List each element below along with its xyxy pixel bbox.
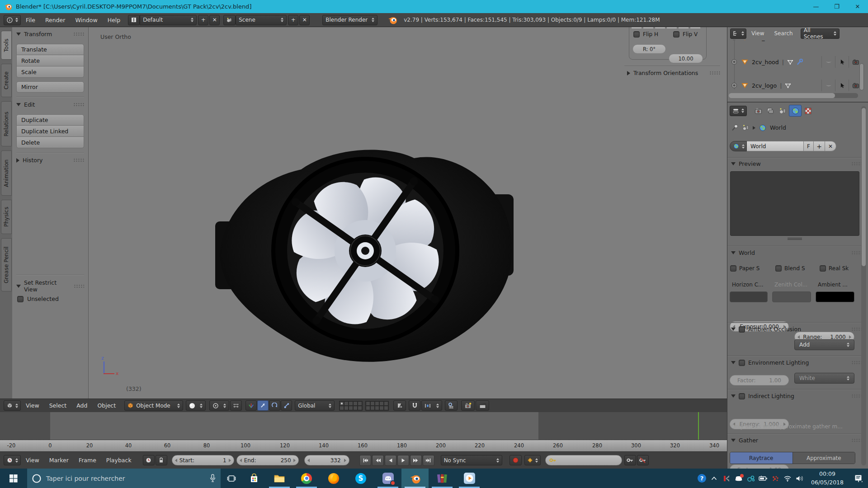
outliner-editor-selector[interactable]: [730, 28, 746, 39]
preview-resize-handle[interactable]: [788, 238, 802, 239]
rotation-slider[interactable]: R: 0°: [632, 44, 666, 54]
play-button[interactable]: [397, 455, 409, 466]
manipulator-axes-button[interactable]: [245, 400, 257, 411]
properties-editor-selector[interactable]: [730, 106, 747, 116]
taskbar-clock[interactable]: 00:09 06/05/2018: [806, 469, 849, 488]
panel-header-preview[interactable]: Preview: [731, 160, 862, 167]
layer-grid-1[interactable]: [339, 401, 363, 411]
prev-keyframe-button[interactable]: [372, 455, 384, 466]
pivot-align-toggle[interactable]: [230, 400, 242, 411]
manipulator-rotate-button[interactable]: [269, 400, 280, 411]
kaspersky-tray-icon[interactable]: [720, 469, 732, 488]
env-color-dropdown[interactable]: White: [794, 373, 854, 384]
active-keying-set-field[interactable]: [545, 455, 622, 465]
help-tray-icon[interactable]: ?: [696, 469, 708, 488]
rotate-button[interactable]: Rotate: [16, 55, 84, 66]
view3d-menu-object[interactable]: Object: [92, 402, 121, 409]
transform-orientations-header[interactable]: Transform Orientations: [627, 70, 720, 76]
real-sky-checkbox[interactable]: [820, 265, 826, 272]
editor-type-selector[interactable]: [4, 15, 21, 25]
properties-scrollbar-thumb[interactable]: [862, 108, 866, 266]
panel-header-history[interactable]: History: [16, 157, 84, 164]
fan-model[interactable]: [197, 127, 523, 380]
panel-header-edit[interactable]: Edit: [16, 101, 84, 108]
tab-relations[interactable]: Relations: [1, 101, 12, 146]
microphone-icon[interactable]: [209, 474, 216, 483]
taskbar-search-box[interactable]: Taper ici pour rechercher: [27, 469, 221, 488]
panel-header-gather[interactable]: Gather: [731, 437, 862, 444]
screen-layout-field[interactable]: Default: [140, 15, 197, 25]
render-opengl-button[interactable]: [461, 400, 475, 411]
unselected-checkbox[interactable]: [17, 296, 24, 302]
gather-approximate-button[interactable]: Approximate: [793, 452, 855, 464]
render-engine-dropdown[interactable]: Blender Render: [322, 15, 377, 25]
task-view-button[interactable]: [221, 469, 242, 488]
use-preview-range-button[interactable]: [143, 455, 155, 465]
blend-sky-checkbox-row[interactable]: Blend S: [775, 265, 805, 272]
ao-blend-dropdown[interactable]: Add: [794, 339, 854, 350]
screen-layout-icon-button[interactable]: [128, 15, 140, 25]
malwarebytes-tray-icon[interactable]: [769, 469, 781, 488]
zenith-color-swatch[interactable]: [772, 291, 811, 302]
snap-peel-button[interactable]: [445, 400, 458, 411]
paper-sky-checkbox-row[interactable]: Paper S: [730, 265, 760, 272]
flip-h-checkbox[interactable]: [633, 31, 640, 38]
tray-expand-chevron-icon[interactable]: [708, 469, 720, 488]
lock-range-button[interactable]: [156, 455, 167, 465]
microsoft-store-button[interactable]: [242, 469, 266, 488]
add-layout-button[interactable]: +: [198, 15, 208, 25]
render-opengl-anim-button[interactable]: [476, 400, 489, 411]
add-scene-button[interactable]: +: [288, 15, 298, 25]
flip-v-row[interactable]: Flip V: [673, 31, 698, 38]
volume-tray-icon[interactable]: [793, 469, 806, 488]
blend-sky-checkbox[interactable]: [775, 265, 782, 272]
maximize-button[interactable]: ❐: [826, 0, 847, 13]
world-browse-button[interactable]: [730, 141, 747, 151]
tab-create[interactable]: Create: [1, 64, 12, 97]
add-world-button[interactable]: +: [814, 141, 825, 151]
current-frame-field[interactable]: 332: [304, 455, 349, 465]
value-slider[interactable]: 10.00: [669, 54, 703, 63]
flip-h-row[interactable]: Flip H: [633, 31, 658, 38]
tab-world-icon-active[interactable]: [789, 105, 802, 117]
delete-keyframe-button[interactable]: [637, 455, 649, 465]
scene-field[interactable]: Scene: [236, 15, 287, 25]
expand-icon[interactable]: [731, 82, 737, 89]
outliner-hscrollbar-track[interactable]: [729, 93, 858, 98]
timeline-menu-marker[interactable]: Marker: [44, 457, 74, 464]
duplicate-linked-button[interactable]: Duplicate Linked: [16, 126, 84, 137]
fake-user-button[interactable]: F: [804, 141, 814, 151]
next-keyframe-button[interactable]: [410, 455, 422, 466]
real-sky-checkbox-row[interactable]: Real Sk: [820, 265, 849, 272]
battery-tray-icon[interactable]: [757, 469, 769, 488]
pivot-point-dropdown[interactable]: [209, 400, 229, 411]
outliner-menu-view[interactable]: View: [746, 30, 769, 37]
panel-header-set-restrict-view[interactable]: Set Restrict View: [16, 279, 84, 293]
tab-scene-icon[interactable]: [777, 105, 788, 116]
delete-layout-button[interactable]: ✕: [209, 15, 220, 25]
sync-dropdown[interactable]: No Sync: [441, 455, 502, 465]
play-reverse-button[interactable]: [385, 455, 396, 466]
tab-tools[interactable]: Tools: [1, 31, 12, 60]
menu-window[interactable]: Window: [70, 17, 102, 23]
visibility-eye-closed-icon[interactable]: [821, 80, 835, 91]
skype-button[interactable]: S: [347, 469, 374, 488]
jump-to-end-button[interactable]: [423, 455, 434, 466]
start-button[interactable]: [0, 469, 27, 488]
manipulator-translate-button-active[interactable]: [257, 400, 269, 411]
insert-keyframe-button[interactable]: [624, 455, 636, 465]
transform-orientation-dropdown[interactable]: Global: [295, 400, 335, 411]
outliner-row-2cv-logo[interactable]: 2cv_logo |: [727, 80, 868, 91]
view3d-menu-select[interactable]: Select: [44, 402, 72, 409]
delete-scene-button[interactable]: ✕: [299, 15, 310, 25]
timeline-menu-playback[interactable]: Playback: [101, 457, 137, 464]
mode-dropdown[interactable]: Object Mode: [124, 400, 183, 411]
tab-animation[interactable]: Animation: [1, 150, 12, 196]
panel-header-transform[interactable]: Transform: [16, 31, 84, 38]
lock-to-scene-button[interactable]: [393, 400, 406, 411]
indirect-lighting-checkbox[interactable]: [739, 393, 745, 399]
unlink-world-button[interactable]: ✕: [825, 141, 836, 151]
menu-render[interactable]: Render: [40, 17, 71, 23]
minimize-button[interactable]: —: [806, 0, 826, 13]
pin-icon[interactable]: [731, 124, 739, 131]
